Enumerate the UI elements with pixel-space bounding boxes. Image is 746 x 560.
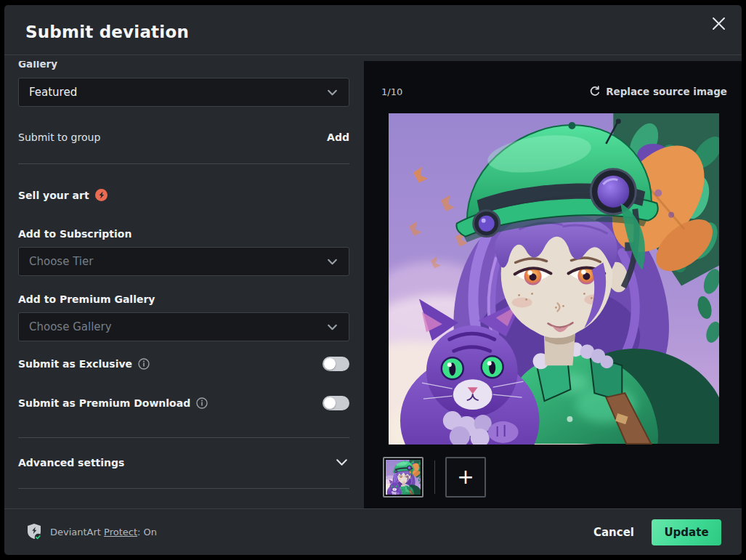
subscription-select[interactable]: Choose Tier <box>18 247 349 276</box>
info-icon[interactable] <box>138 358 150 370</box>
chevron-down-icon <box>326 86 338 99</box>
preview-pane: 1/10 Replace source image + <box>364 61 742 508</box>
gallery-select-value: Featured <box>29 86 326 99</box>
close-icon <box>711 16 726 31</box>
add-group-button[interactable]: Add <box>327 131 349 143</box>
update-button[interactable]: Update <box>652 519 721 545</box>
premium-gallery-select[interactable]: Choose Gallery <box>18 312 349 341</box>
sell-your-art-heading: Sell your art <box>18 189 349 201</box>
form-pane: Gallery Featured Submit to group Add Sel… <box>4 61 364 508</box>
modal-title: Submit deviation <box>25 23 189 41</box>
exclusive-toggle[interactable] <box>323 357 349 371</box>
thumbnail-separator <box>434 460 435 494</box>
subscription-label: Add to Subscription <box>18 228 349 240</box>
info-icon[interactable] <box>196 397 208 409</box>
submit-deviation-modal: Submit deviation Gallery Featured Submit… <box>4 5 742 555</box>
image-counter: 1/10 <box>381 86 402 97</box>
protect-shield-icon <box>26 523 43 541</box>
divider <box>18 163 349 164</box>
gallery-select[interactable]: Featured <box>18 78 349 107</box>
deviation-preview-image <box>389 113 719 445</box>
replace-source-button[interactable]: Replace source image <box>589 86 727 97</box>
thumbnail-selected[interactable] <box>383 457 423 498</box>
divider <box>18 488 349 489</box>
advanced-settings-row[interactable]: Advanced settings <box>18 455 349 470</box>
chevron-down-icon <box>326 256 338 268</box>
divider <box>18 437 349 438</box>
plus-icon: + <box>457 467 474 487</box>
premium-download-label: Submit as Premium Download <box>18 397 190 409</box>
premium-download-row: Submit as Premium Download <box>18 396 349 410</box>
replace-source-label: Replace source image <box>606 86 727 97</box>
protect-suffix: : On <box>137 527 157 537</box>
submit-to-group-row: Submit to group Add <box>18 131 349 143</box>
chevron-down-icon <box>334 455 349 470</box>
subscription-placeholder: Choose Tier <box>29 255 326 268</box>
chevron-down-icon <box>326 321 338 333</box>
close-button[interactable] <box>708 13 729 33</box>
thumbnail-strip: + <box>383 457 486 498</box>
advanced-settings-label: Advanced settings <box>18 457 124 468</box>
modal-footer: DeviantArt Protect: On Cancel Update <box>4 508 742 555</box>
exclusive-row: Submit as Exclusive <box>18 357 349 371</box>
premium-download-toggle[interactable] <box>323 396 349 410</box>
protect-status: DeviantArt Protect: On <box>26 523 157 541</box>
modal-header: Submit deviation <box>4 5 742 55</box>
cancel-button[interactable]: Cancel <box>593 526 634 539</box>
core-badge-icon <box>95 189 108 201</box>
gallery-label: Gallery <box>18 61 349 70</box>
protect-link[interactable]: Protect <box>104 527 137 537</box>
premium-gallery-label: Add to Premium Gallery <box>18 293 349 305</box>
add-image-tile[interactable]: + <box>445 457 486 498</box>
sell-your-art-label: Sell your art <box>18 190 89 201</box>
protect-prefix: DeviantArt <box>50 527 104 537</box>
exclusive-label: Submit as Exclusive <box>18 358 132 370</box>
submit-to-group-label: Submit to group <box>18 131 100 143</box>
premium-gallery-placeholder: Choose Gallery <box>29 320 326 333</box>
refresh-icon <box>589 86 601 97</box>
